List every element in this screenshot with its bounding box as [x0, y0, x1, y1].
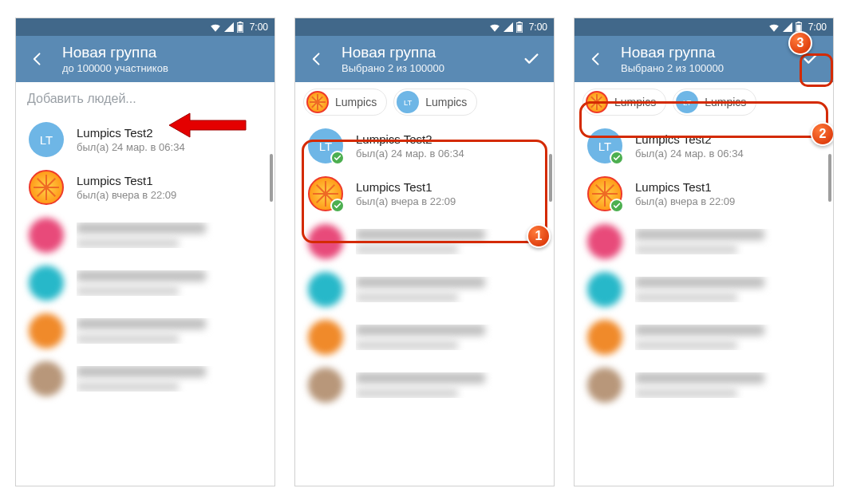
- back-button[interactable]: [584, 47, 608, 71]
- avatar-blurred: [29, 266, 64, 301]
- svg-rect-1: [239, 22, 241, 23]
- page-subtitle: Выбрано 2 из 100000: [621, 62, 796, 74]
- avatar-blurred: [587, 320, 622, 355]
- battery-icon: [516, 22, 523, 33]
- avatar-blurred: [308, 320, 343, 355]
- contact-row-blurred[interactable]: [16, 307, 274, 355]
- battery-icon: [237, 22, 243, 33]
- contact-row-blurred[interactable]: [16, 211, 274, 259]
- status-time: 7:00: [250, 22, 268, 33]
- scrollbar-thumb[interactable]: [270, 154, 273, 202]
- svg-rect-4: [518, 22, 520, 23]
- contact-list[interactable]: LTLumpics Test2был(а) 24 мар. в 06:34Lum…: [575, 122, 833, 409]
- annotation-step-badge: 2: [811, 122, 834, 146]
- phone-screen: 7:00Новая группадо 100000 участниковДоба…: [15, 18, 275, 486]
- contact-row[interactable]: Lumpics Test1был(а) вчера в 22:09: [295, 170, 554, 218]
- selected-chips: LumpicsLTLumpics: [575, 82, 833, 122]
- contact-row-blurred[interactable]: [575, 266, 833, 313]
- signal-icon: [783, 22, 792, 32]
- contact-row-blurred[interactable]: [575, 361, 833, 409]
- contact-name: Lumpics Test2: [77, 126, 262, 140]
- page-title: Новая группа: [621, 44, 796, 61]
- svg-rect-2: [238, 25, 242, 32]
- avatar-initials: LT: [397, 91, 419, 113]
- avatar-initials: LT: [29, 122, 64, 157]
- avatar-blurred: [587, 224, 622, 259]
- page-subtitle: до 100000 участников: [62, 62, 267, 74]
- page-subtitle: Выбрано 2 из 100000: [342, 62, 517, 74]
- annotation-step-badge: 1: [527, 224, 551, 248]
- contact-row[interactable]: LTLumpics Test2был(а) 24 мар. в 06:34: [575, 122, 833, 170]
- back-button[interactable]: [305, 47, 329, 71]
- signal-icon: [224, 22, 234, 32]
- avatar-blurred: [308, 272, 343, 307]
- avatar-blurred: [308, 368, 343, 403]
- contact-row-blurred[interactable]: [16, 259, 274, 307]
- contact-status: был(а) 24 мар. в 06:34: [77, 141, 262, 153]
- selected-chip[interactable]: LTLumpics: [393, 89, 477, 116]
- app-header: Новая группадо 100000 участников: [16, 36, 274, 82]
- contact-row[interactable]: Lumpics Test1был(а) вчера в 22:09: [16, 163, 274, 211]
- avatar-orange-icon: [306, 91, 329, 113]
- status-time: 7:00: [808, 22, 827, 33]
- phone-screen: 7:00Новая группаВыбрано 2 из 100000Lumpi…: [574, 18, 834, 486]
- avatar-blurred: [587, 368, 622, 403]
- contact-status: был(а) вчера в 22:09: [356, 195, 541, 207]
- confirm-button[interactable]: [517, 45, 546, 73]
- contact-row[interactable]: LTLumpics Test2был(а) 24 мар. в 06:34: [295, 122, 554, 170]
- contact-list[interactable]: LTLumpics Test2был(а) 24 мар. в 06:34Lum…: [16, 116, 274, 403]
- selected-check-icon: [610, 199, 624, 213]
- contact-row-blurred[interactable]: [295, 266, 554, 313]
- contact-row-blurred[interactable]: [295, 361, 554, 409]
- scrollbar-thumb[interactable]: [549, 154, 552, 202]
- wifi-icon: [489, 22, 500, 32]
- chip-label: Lumpics: [335, 96, 377, 108]
- contact-row-blurred[interactable]: [575, 218, 833, 266]
- chip-label: Lumpics: [614, 96, 656, 108]
- wifi-icon: [210, 22, 221, 32]
- contact-row-blurred[interactable]: [575, 313, 833, 361]
- avatar-blurred: [587, 272, 622, 307]
- selected-chip[interactable]: Lumpics: [303, 89, 387, 116]
- contact-status: был(а) 24 мар. в 06:34: [635, 148, 820, 159]
- avatar-initials: LT: [676, 91, 698, 113]
- svg-rect-5: [517, 25, 521, 32]
- avatar-blurred: [308, 224, 343, 259]
- selected-check-icon: [610, 151, 624, 165]
- contact-status: был(а) вчера в 22:09: [77, 189, 262, 201]
- avatar-orange-icon: [29, 170, 64, 205]
- contact-list[interactable]: LTLumpics Test2был(а) 24 мар. в 06:34Lum…: [295, 122, 554, 409]
- app-header: Новая группаВыбрано 2 из 100000: [295, 36, 554, 82]
- contact-row[interactable]: Lumpics Test1был(а) вчера в 22:09: [575, 170, 833, 218]
- contact-row-blurred[interactable]: [295, 218, 554, 266]
- page-title: Новая группа: [62, 44, 267, 61]
- avatar-blurred: [29, 361, 64, 396]
- svg-rect-7: [797, 22, 800, 23]
- selected-chips: LumpicsLTLumpics: [295, 82, 554, 122]
- contact-row-blurred[interactable]: [16, 355, 274, 403]
- selected-chip[interactable]: Lumpics: [582, 89, 666, 116]
- chip-label: Lumpics: [705, 96, 746, 108]
- status-bar: 7:00: [295, 18, 554, 36]
- status-time: 7:00: [529, 22, 547, 33]
- avatar-orange-icon: [586, 91, 608, 113]
- annotation-step-badge: 3: [788, 31, 812, 55]
- status-bar: 7:00: [16, 18, 274, 36]
- add-people-input[interactable]: Добавить людей...: [16, 82, 274, 116]
- selected-check-icon: [330, 151, 345, 165]
- back-button[interactable]: [26, 47, 49, 71]
- scrollbar-thumb[interactable]: [828, 154, 831, 202]
- contact-row[interactable]: LTLumpics Test2был(а) 24 мар. в 06:34: [16, 116, 274, 163]
- page-title: Новая группа: [342, 44, 517, 61]
- selected-chip[interactable]: LTLumpics: [673, 89, 756, 116]
- avatar-blurred: [29, 313, 64, 348]
- avatar-blurred: [29, 218, 64, 253]
- phone-screen: 7:00Новая группаВыбрано 2 из 100000Lumpi…: [294, 18, 555, 486]
- contact-name: Lumpics Test1: [635, 180, 820, 194]
- selected-check-icon: [330, 199, 345, 213]
- signal-icon: [503, 22, 513, 32]
- contact-row-blurred[interactable]: [295, 313, 554, 361]
- contact-name: Lumpics Test2: [356, 132, 541, 146]
- wifi-icon: [768, 22, 780, 32]
- contact-status: был(а) вчера в 22:09: [635, 195, 820, 207]
